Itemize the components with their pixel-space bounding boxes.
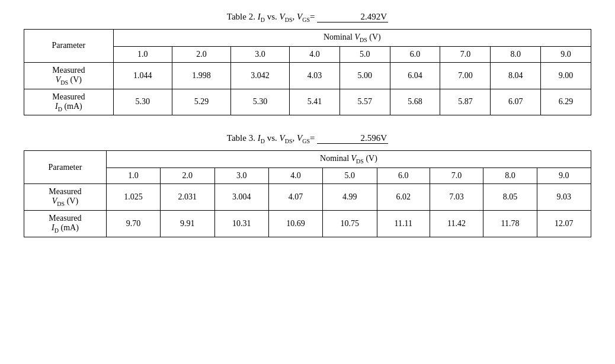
table2-row2-val9: 6.29: [541, 89, 591, 115]
table3-title-text: Table 3. ID vs. VDS, VGS= 2.596V: [227, 133, 388, 143]
table3-col-6: 6.0: [377, 168, 430, 184]
table2-row1-label: MeasuredVDS (V): [24, 62, 114, 89]
table2-row2-val5: 5.57: [339, 89, 390, 115]
table2-col-6: 6.0: [390, 46, 440, 62]
table3-row1-val4: 4.07: [268, 184, 322, 211]
table3-row1-val2: 2.031: [161, 184, 214, 211]
table3-row1-val6: 6.02: [377, 184, 430, 211]
table3-col-4: 4.0: [268, 168, 322, 184]
table3-row2-val7: 11.42: [430, 210, 483, 237]
table3-row2-val3: 10.31: [214, 210, 268, 237]
table2-row1: MeasuredVDS (V) 1.044 1.998 3.042 4.03 5…: [24, 62, 591, 89]
table3-col-7: 7.0: [430, 168, 483, 184]
table2-row2-val2: 5.29: [172, 89, 230, 115]
table3-col-1: 1.0: [106, 168, 160, 184]
table3-row1: MeasuredVDS (V) 1.025 2.031 3.004 4.07 4…: [24, 184, 591, 211]
table2-row2: MeasuredID (mA) 5.30 5.29 5.30 5.41 5.57…: [24, 89, 591, 115]
table3-row1-val7: 7.03: [430, 184, 483, 211]
table3-col-2: 2.0: [161, 168, 214, 184]
table2-param-header: Parameter: [24, 30, 114, 63]
table3-row1-val3: 3.004: [214, 184, 268, 211]
table3-row1-val8: 8.05: [483, 184, 537, 211]
table3-row2-val4: 10.69: [268, 210, 322, 237]
table2-row1-val6: 6.04: [390, 62, 440, 89]
table3-row1-val5: 4.99: [323, 184, 377, 211]
table2-row1-val9: 9.00: [541, 62, 591, 89]
table2-row2-val3: 5.30: [230, 89, 289, 115]
table2-title: Table 2. ID vs. VDS, VGS= 2.492V: [24, 12, 591, 23]
table2-row1-val3: 3.042: [230, 62, 289, 89]
table3-row2-val9: 12.07: [537, 210, 591, 237]
table3-row1-label: MeasuredVDS (V): [24, 184, 107, 211]
table2-row1-val5: 5.00: [339, 62, 390, 89]
table2-col-9: 9.0: [541, 46, 591, 62]
table3-row2-label: MeasuredID (mA): [24, 210, 107, 237]
table2-nominal-header: Nominal VDS (V): [113, 30, 591, 47]
table3-section: Table 3. ID vs. VDS, VGS= 2.596V Paramet…: [24, 133, 591, 237]
table2-vgs-value: 2.492V: [317, 12, 388, 22]
table3-row2-val5: 10.75: [323, 210, 377, 237]
table2-col-7: 7.0: [440, 46, 491, 62]
table3-row1-val1: 1.025: [106, 184, 160, 211]
table3-row2-val6: 11.11: [377, 210, 430, 237]
table2-col-4: 4.0: [290, 46, 340, 62]
table2-row1-val8: 8.04: [491, 62, 541, 89]
table3-col-3: 3.0: [214, 168, 268, 184]
table3-row2: MeasuredID (mA) 9.70 9.91 10.31 10.69 10…: [24, 210, 591, 237]
table2-row2-val7: 5.87: [440, 89, 491, 115]
table2-row2-val8: 6.07: [491, 89, 541, 115]
table3-vgs-value: 2.596V: [317, 133, 388, 144]
table3-row2-val1: 9.70: [106, 210, 160, 237]
table2-row1-val1: 1.044: [113, 62, 172, 89]
table2-row2-val4: 5.41: [290, 89, 340, 115]
table3-row2-val8: 11.78: [483, 210, 537, 237]
table2-col-1: 1.0: [113, 46, 172, 62]
table3-nominal-header: Nominal VDS (V): [106, 151, 591, 168]
table3-title: Table 3. ID vs. VDS, VGS= 2.596V: [24, 133, 591, 144]
table3: Parameter Nominal VDS (V) 1.0 2.0 3.0 4.…: [24, 150, 591, 237]
table2-col-2: 2.0: [172, 46, 230, 62]
table3-col-8: 8.0: [483, 168, 537, 184]
table2-row2-val6: 5.68: [390, 89, 440, 115]
table3-param-header: Parameter: [24, 151, 107, 184]
table2-col-3: 3.0: [230, 46, 289, 62]
table2-col-8: 8.0: [491, 46, 541, 62]
table2-row1-val7: 7.00: [440, 62, 491, 89]
table2-row2-label: MeasuredID (mA): [24, 89, 114, 115]
table3-col-5: 5.0: [323, 168, 377, 184]
table3-row2-val2: 9.91: [161, 210, 214, 237]
table2-section: Table 2. ID vs. VDS, VGS= 2.492V Paramet…: [24, 12, 591, 115]
table2-row1-val4: 4.03: [290, 62, 340, 89]
table3-col-9: 9.0: [537, 168, 591, 184]
table2-title-text: Table 2. ID vs. VDS, VGS= 2.492V: [227, 12, 388, 21]
table2: Parameter Nominal VDS (V) 1.0 2.0 3.0 4.…: [24, 29, 591, 115]
table3-row1-val9: 9.03: [537, 184, 591, 211]
table2-row1-val2: 1.998: [172, 62, 230, 89]
table2-col-5: 5.0: [339, 46, 390, 62]
table2-row2-val1: 5.30: [113, 89, 172, 115]
